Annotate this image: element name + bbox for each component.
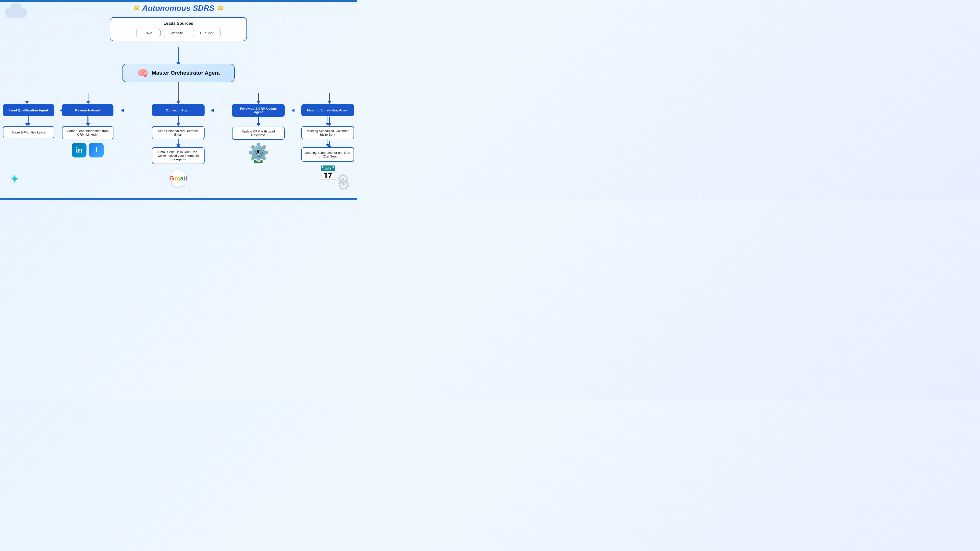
agent-col-3: Outreach Agent Send Personalized Outreac… — [152, 104, 205, 187]
agent-name-2: Research Agent — [75, 108, 100, 112]
brain-icon: 🧠 — [137, 68, 148, 78]
gmail-icon-wrapper: Gmail — [152, 167, 205, 187]
sub-box-2: Gather Lead Information from CRM, Linked… — [62, 126, 113, 139]
sub-task-3: Send Personalized Outreach Email — [156, 129, 200, 137]
svg-marker-11 — [256, 101, 261, 104]
agent-col-5: Meeting Scheduling Agent Meeting Schedul… — [301, 104, 354, 181]
sub-box-3b: Email Sent: Hello John Doe, we've notice… — [152, 147, 205, 164]
v-connector-3b — [178, 139, 178, 144]
v-connector-2 — [88, 116, 88, 123]
sub-box-4: Update CRM with Lead Response — [232, 127, 285, 140]
left-wings: ≋ — [134, 4, 139, 12]
source-website: Website — [164, 29, 190, 37]
page-title: ≋ Autonomous SDRS ≋ — [134, 4, 223, 13]
v-connector-5 — [328, 116, 328, 123]
sub-box-3: Send Personalized Outreach Email — [152, 126, 205, 139]
sub-task-5b: Meeting Scheduled for ohn Doe on 21st Se… — [305, 151, 350, 158]
master-agent-container: 🧠 Master Orchestrator Agent — [122, 64, 235, 82]
arrow-down-2 — [86, 123, 90, 125]
gear-decoration-br: ⚙ — [337, 176, 351, 194]
arrow-down-4 — [256, 124, 261, 126]
sub-task-4: Update CRM with Lead Response — [236, 130, 281, 137]
leads-sources-title: Leads Sources — [116, 21, 240, 26]
sub-task-5: Meeting Scheduled, Calendar Invite Sent — [305, 129, 350, 137]
agent-box-lead-qualification: Lead Qualification Agent — [3, 104, 54, 116]
sub-box-5b: Meeting Scheduled for ohn Doe on 21st Se… — [301, 147, 354, 162]
source-crm: CRM — [136, 29, 161, 37]
calendar-icon: 📅 — [319, 165, 337, 181]
arrow-down-3b — [177, 144, 180, 147]
title-text: Autonomous SDRS — [142, 4, 215, 13]
svg-marker-31 — [291, 109, 294, 112]
agent-name-1: Lead Qualification Agent — [9, 108, 48, 112]
v-connector-1 — [29, 116, 29, 123]
agent-box-research: Research Agent — [62, 104, 113, 116]
master-agent-box: 🧠 Master Orchestrator Agent — [122, 64, 235, 82]
arrow-down-1 — [27, 123, 30, 125]
agent-box-meeting: Meeting Scheduling Agent — [301, 104, 354, 116]
svg-marker-7 — [86, 101, 90, 104]
svg-marker-29 — [121, 109, 124, 112]
svg-marker-5 — [25, 101, 29, 104]
gmail-icon: Gmail — [170, 170, 187, 187]
cloud-decoration — [5, 7, 27, 18]
leads-sources-box: Leads Sources CRM Website HubSpot — [110, 17, 247, 41]
facebook-icon: f — [89, 143, 103, 157]
arrow-down-3 — [177, 123, 180, 125]
agent-col-1: Lead Qualification Agent Score & Priorit… — [3, 104, 54, 138]
agent-col-4: Follow-up & CRM Update Agent Update CRM … — [232, 104, 285, 161]
v-connector-3 — [178, 116, 178, 123]
master-agent-title: Master Orchestrator Agent — [152, 70, 220, 76]
agent-name-3: Outreach Agent — [166, 108, 191, 112]
svg-marker-30 — [211, 109, 214, 112]
svg-marker-9 — [177, 101, 180, 104]
sub-box-5: Meeting Scheduled, Calendar Invite Sent — [301, 126, 354, 139]
sub-task-2: Gather Lead Information from CRM, Linked… — [66, 129, 110, 137]
v-connector-5b — [328, 139, 328, 144]
social-icons-row: in f — [62, 143, 113, 157]
arrow-down-5b — [326, 144, 330, 147]
sub-task-1: Score & Prioritize Leads — [11, 130, 46, 134]
crm-icon: ⚙️ 👁 CRM — [247, 144, 269, 161]
agent-box-outreach: Outreach Agent — [152, 104, 205, 116]
title-section: ≋ Autonomous SDRS ≋ Leads Sources CRM We… — [110, 4, 247, 41]
agent-col-2: Research Agent Gather Lead Information f… — [62, 104, 113, 157]
sub-task-3b: Email Sent: Hello John Doe, we've notice… — [156, 150, 200, 161]
agent-name-5: Meeting Scheduling Agent — [307, 108, 348, 112]
top-bar — [0, 0, 357, 2]
agent-name-4: Follow-up & CRM Update Agent — [236, 107, 281, 114]
linkedin-icon: in — [72, 143, 86, 157]
arrow-down-5 — [326, 123, 330, 125]
star-decoration: ✦ — [9, 171, 20, 186]
source-hubspot: HubSpot — [193, 29, 221, 37]
leads-sources-items: CRM Website HubSpot — [116, 29, 240, 37]
full-layout: ✦ ⚙ — [0, 0, 357, 200]
agent-box-followup: Follow-up & CRM Update Agent — [232, 104, 285, 117]
bottom-bar — [0, 198, 357, 200]
right-wings: ≋ — [218, 4, 223, 12]
v-connector-4 — [258, 117, 259, 124]
svg-marker-13 — [328, 101, 331, 104]
crm-icon-wrapper: ⚙️ 👁 CRM — [232, 144, 285, 161]
sub-box-1: Score & Prioritize Leads — [3, 126, 54, 138]
